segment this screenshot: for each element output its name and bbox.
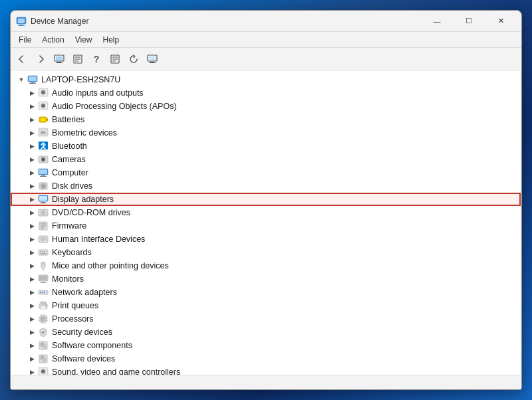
list-item[interactable]: ▶ Sound, video and game controllers [11, 365, 521, 375]
item-label: Cameras [52, 155, 518, 164]
list-item[interactable]: ▶ Processors [11, 312, 521, 326]
expand-arrow[interactable]: ▶ [27, 206, 37, 219]
update-button[interactable] [106, 50, 124, 68]
list-item[interactable]: ▶ Monitors [11, 272, 521, 286]
expand-arrow[interactable]: ▶ [27, 352, 37, 365]
list-item[interactable]: ▶ Security devices [11, 326, 521, 339]
computer-button[interactable] [51, 50, 68, 68]
item-label: Print queues [52, 301, 518, 310]
expand-arrow[interactable]: ▶ [27, 233, 37, 246]
dvd-icon [37, 207, 49, 219]
expand-arrow[interactable]: ▶ [27, 286, 37, 299]
svg-rect-6 [57, 62, 61, 62]
help-button[interactable]: ? [88, 50, 105, 68]
list-item[interactable]: ▶ Batteries [11, 113, 521, 126]
security-icon [37, 326, 49, 338]
item-label: Audio Processing Objects (APOs) [52, 102, 518, 111]
menu-file[interactable]: File [13, 34, 37, 46]
svg-rect-47 [39, 196, 47, 201]
expand-arrow[interactable]: ▶ [27, 193, 37, 206]
display-adapters-item[interactable]: ▶ Display adapters [11, 193, 521, 206]
list-item[interactable]: ▶ Cameras [11, 153, 521, 166]
root-icon [27, 74, 39, 86]
expand-arrow[interactable]: ▶ [27, 299, 37, 312]
printer-icon [37, 300, 49, 312]
svg-rect-42 [40, 176, 47, 177]
list-item[interactable]: ▶ Firmware [11, 219, 521, 233]
window-icon [16, 16, 27, 27]
expand-arrow[interactable]: ▶ [27, 179, 37, 193]
expand-arrow[interactable]: ▶ [27, 153, 37, 166]
menu-help[interactable]: Help [98, 34, 125, 46]
expand-arrow[interactable]: ▶ [27, 166, 37, 179]
expand-arrow[interactable]: ▶ [27, 219, 37, 233]
svg-point-29 [43, 105, 45, 107]
list-item[interactable]: ▶ Software devices [11, 352, 521, 365]
svg-rect-64 [44, 251, 45, 252]
item-label: DVD/CD-ROM drives [52, 208, 518, 217]
back-button[interactable] [13, 50, 31, 68]
maximize-button[interactable]: ☐ [454, 11, 484, 32]
expand-arrow[interactable]: ▶ [27, 339, 37, 352]
list-item[interactable]: ▶ DVD/CD-ROM drives [11, 206, 521, 219]
svg-rect-38 [41, 156, 43, 157]
expand-arrow[interactable]: ▶ [27, 312, 37, 326]
menu-view[interactable]: View [70, 34, 98, 46]
expand-arrow[interactable]: ▶ [27, 259, 37, 272]
expand-arrow[interactable]: ▶ [27, 100, 37, 113]
item-label: Audio inputs and outputs [52, 88, 518, 98]
list-item[interactable]: ▶ Print queues [11, 299, 521, 312]
battery-icon [37, 114, 49, 126]
apo-icon [37, 100, 49, 112]
menu-action[interactable]: Action [37, 34, 69, 46]
software-devices-icon [37, 353, 49, 365]
properties-button[interactable] [69, 50, 86, 68]
svg-point-45 [43, 185, 45, 187]
list-item[interactable]: ▶ Audio Processing Objects (APOs) [11, 100, 521, 113]
software-components-icon [37, 340, 49, 351]
item-label: Sound, video and game controllers [52, 367, 518, 375]
svg-rect-19 [149, 62, 156, 63]
list-item[interactable]: ▶ Audio inputs and outputs [11, 86, 521, 100]
svg-rect-72 [40, 282, 47, 283]
list-item[interactable]: ▶ Biometric devices [11, 126, 521, 140]
expand-arrow[interactable]: ▶ [27, 126, 37, 140]
list-item[interactable]: ▶ Human Interface Devices [11, 233, 521, 246]
keyboard-icon [37, 247, 49, 258]
mouse-icon [37, 260, 49, 272]
forward-button[interactable] [32, 50, 49, 68]
item-label: Mice and other pointing devices [52, 261, 518, 270]
expand-arrow[interactable]: ▶ [27, 246, 37, 259]
refresh-button[interactable] [125, 50, 142, 68]
list-item[interactable]: ▶ Mice and other pointing devices [11, 259, 521, 272]
svg-rect-1 [18, 19, 25, 23]
tree-root[interactable]: ▼ LAPTOP-ESH2SN7U [11, 73, 521, 86]
svg-rect-63 [42, 251, 43, 252]
list-item[interactable]: ▶ Network adapters [11, 286, 521, 299]
display-button[interactable] [144, 50, 161, 68]
minimize-button[interactable]: — [422, 11, 452, 32]
device-tree[interactable]: ▼ LAPTOP-ESH2SN7U ▶ Audio inputs and out… [11, 70, 521, 375]
svg-rect-41 [41, 175, 45, 176]
svg-rect-74 [40, 292, 41, 293]
list-item[interactable]: ▶ Keyboards [11, 246, 521, 259]
expand-arrow[interactable]: ▶ [27, 365, 37, 375]
list-item[interactable]: ▶ Disk drives [11, 179, 521, 193]
expand-arrow[interactable]: ▶ [27, 113, 37, 126]
expand-arrow[interactable]: ▶ [27, 140, 37, 153]
svg-rect-49 [40, 203, 47, 203]
root-expand-arrow[interactable]: ▼ [16, 73, 27, 86]
svg-rect-31 [47, 118, 48, 121]
expand-arrow[interactable]: ▶ [27, 86, 37, 100]
svg-rect-61 [39, 250, 48, 255]
close-button[interactable]: ✕ [485, 11, 516, 32]
title-bar: Device Manager — ☐ ✕ [11, 11, 521, 32]
expand-arrow[interactable]: ▶ [27, 272, 37, 286]
expand-arrow[interactable]: ▶ [27, 326, 37, 339]
list-item[interactable]: ▶ Computer [11, 166, 521, 179]
list-item[interactable]: ▶ Bluetooth [11, 140, 521, 153]
svg-rect-65 [41, 253, 46, 254]
item-label: Human Interface Devices [52, 235, 518, 244]
list-item[interactable]: ▶ Software components [11, 339, 521, 352]
svg-rect-76 [44, 292, 45, 293]
